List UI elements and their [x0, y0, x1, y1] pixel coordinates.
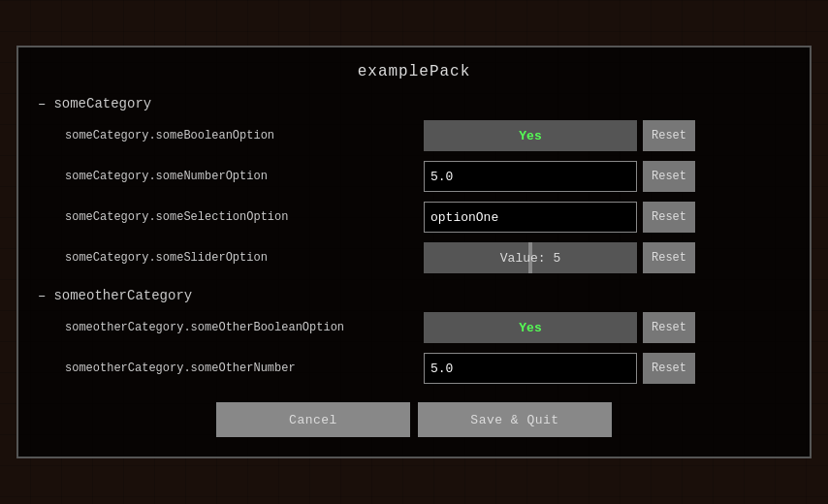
boolean-toggle-button-1[interactable]: Yes [424, 120, 637, 151]
option-row-boolean: someCategory.someBooleanOption Yes Reset [65, 117, 790, 154]
category-label-2: someotherCategory [53, 288, 192, 303]
boolean-value-2: Yes [519, 321, 541, 335]
config-panel: examplePack – someCategory someCategory.… [16, 46, 812, 458]
option-row-other-boolean: someotherCategory.someOtherBooleanOption… [65, 309, 790, 346]
reset-button-slider-1[interactable]: Reset [643, 242, 695, 273]
bottom-buttons: Cancel Save & Quit [38, 402, 790, 437]
reset-button-boolean-1[interactable]: Reset [643, 120, 695, 151]
category-someCategory: – someCategory [38, 96, 790, 111]
category-someotherCategory: – someotherCategory [38, 288, 790, 303]
number-input-2[interactable] [424, 353, 637, 384]
category-toggle-1[interactable]: – [38, 96, 46, 111]
option-label-other-number: someotherCategory.someOtherNumber [65, 362, 424, 375]
boolean-toggle-button-2[interactable]: Yes [424, 312, 637, 343]
option-label-number: someCategory.someNumberOption [65, 170, 424, 183]
slider-value-1: Value: 5 [500, 251, 560, 266]
reset-button-other-number[interactable]: Reset [643, 353, 695, 384]
panel-title: examplePack [38, 63, 790, 80]
save-quit-button[interactable]: Save & Quit [418, 402, 612, 437]
category-label-1: someCategory [53, 96, 151, 111]
slider-control-1[interactable]: Value: 5 [424, 242, 637, 273]
option-row-selection: someCategory.someSelectionOption Reset [65, 199, 790, 236]
boolean-value-1: Yes [519, 129, 541, 143]
selection-input-1[interactable] [424, 202, 637, 233]
number-input-1[interactable] [424, 161, 637, 192]
category-toggle-2[interactable]: – [38, 288, 46, 303]
reset-button-selection-1[interactable]: Reset [643, 202, 695, 233]
option-label-boolean: someCategory.someBooleanOption [65, 129, 424, 142]
option-label-slider: someCategory.someSliderOption [65, 251, 424, 265]
option-row-number: someCategory.someNumberOption Reset [65, 158, 790, 195]
reset-button-other-boolean[interactable]: Reset [643, 312, 695, 343]
option-label-selection: someCategory.someSelectionOption [65, 210, 424, 224]
cancel-button[interactable]: Cancel [216, 402, 410, 437]
option-row-other-number: someotherCategory.someOtherNumber Reset [65, 350, 790, 387]
reset-button-number-1[interactable]: Reset [643, 161, 695, 192]
option-row-slider: someCategory.someSliderOption Value: 5 R… [65, 239, 790, 276]
option-label-other-boolean: someotherCategory.someOtherBooleanOption [65, 321, 424, 334]
